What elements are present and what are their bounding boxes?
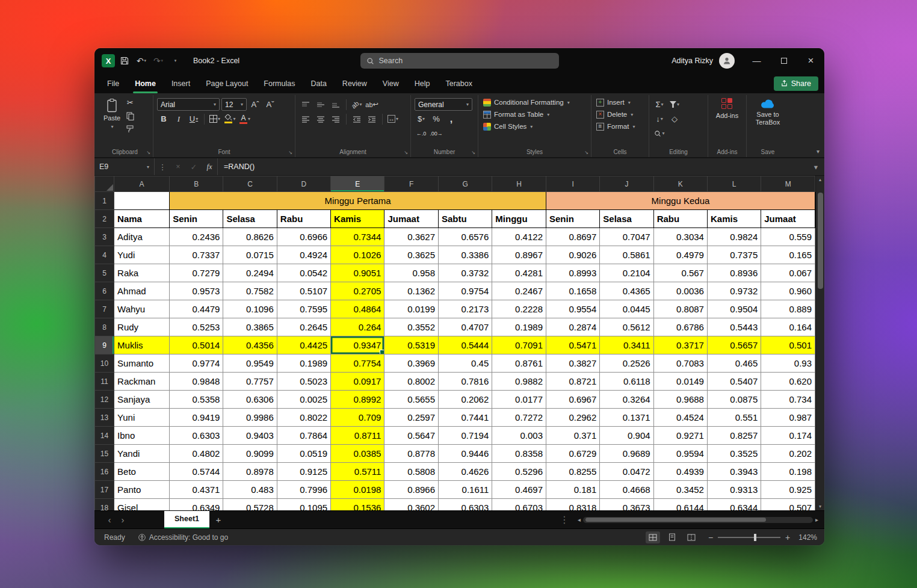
cell-F9[interactable]: 0.5319 xyxy=(384,336,439,354)
cell-L2[interactable]: Kamis xyxy=(707,210,761,228)
row-header-8[interactable]: 8 xyxy=(95,318,114,336)
row-header-5[interactable]: 5 xyxy=(95,264,114,282)
column-header-A[interactable]: A xyxy=(114,176,170,192)
cell-E5[interactable]: 0.9051 xyxy=(331,264,384,282)
menu-tab-help[interactable]: Help xyxy=(407,73,438,93)
decrease-decimal-button[interactable]: .00→ xyxy=(430,127,443,140)
cell-D5[interactable]: 0.0542 xyxy=(277,264,330,282)
cell-I3[interactable]: 0.8697 xyxy=(546,228,599,246)
cell-H13[interactable]: 0.7272 xyxy=(492,409,546,427)
cell-C8[interactable]: 0.3865 xyxy=(223,318,277,336)
cell-K5[interactable]: 0.567 xyxy=(653,264,707,282)
zoom-out-button[interactable]: − xyxy=(708,533,713,542)
cell-A6[interactable]: Ahmad xyxy=(114,282,170,300)
cell-C10[interactable]: 0.9549 xyxy=(223,354,277,373)
cell-A13[interactable]: Yuni xyxy=(114,409,170,427)
cell-K9[interactable]: 0.3717 xyxy=(653,336,707,354)
cell-K13[interactable]: 0.4524 xyxy=(653,409,707,427)
cell-M5[interactable]: 0.067 xyxy=(761,264,815,282)
column-header-B[interactable]: B xyxy=(170,176,223,192)
cell-D13[interactable]: 0.8022 xyxy=(277,409,330,427)
cell-L4[interactable]: 0.7375 xyxy=(707,246,761,264)
align-left-button[interactable] xyxy=(299,113,312,125)
alignment-dialog-launcher[interactable]: ↘ xyxy=(404,150,408,155)
previous-sheet-button[interactable]: ‹ xyxy=(103,515,116,525)
menu-tab-insert[interactable]: Insert xyxy=(164,73,198,93)
find-select-button[interactable]: ▾ xyxy=(653,127,666,140)
cell-H17[interactable]: 0.4697 xyxy=(492,481,546,499)
cell-H14[interactable]: 0.003 xyxy=(492,427,546,445)
cell-J10[interactable]: 0.2526 xyxy=(600,354,653,373)
font-color-button[interactable]: A ▾ xyxy=(238,113,252,125)
sort-filter-button[interactable]: ▾ xyxy=(668,98,681,111)
underline-button[interactable]: U▾ xyxy=(187,113,200,125)
menu-tab-terabox[interactable]: Terabox xyxy=(437,73,480,93)
cell-G11[interactable]: 0.7816 xyxy=(439,373,492,391)
cell-F8[interactable]: 0.3552 xyxy=(384,318,439,336)
excel-app-icon[interactable]: X xyxy=(102,54,115,67)
cell-G4[interactable]: 0.3386 xyxy=(439,246,492,264)
formula-input[interactable]: =RAND() xyxy=(217,158,807,175)
cell-M9[interactable]: 0.501 xyxy=(761,336,815,354)
cell-F2[interactable]: Jumaat xyxy=(384,210,439,228)
orientation-button[interactable]: ab▾ xyxy=(350,98,363,111)
select-all-button[interactable] xyxy=(95,176,114,192)
cell-F11[interactable]: 0.8002 xyxy=(384,373,439,391)
cell-B10[interactable]: 0.9774 xyxy=(170,354,223,373)
cell-D4[interactable]: 0.4924 xyxy=(277,246,330,264)
cell-E8[interactable]: 0.264 xyxy=(331,318,384,336)
cell-D14[interactable]: 0.7864 xyxy=(277,427,330,445)
cell-A2[interactable]: Nama xyxy=(114,210,170,228)
insert-function-button[interactable]: fx xyxy=(202,162,217,172)
cell-I18[interactable]: 0.8318 xyxy=(546,499,599,511)
cell-C13[interactable]: 0.9986 xyxy=(223,409,277,427)
percent-style-button[interactable]: % xyxy=(430,113,443,125)
conditional-formatting-button[interactable]: Conditional Formatting ▾ xyxy=(482,96,587,108)
cell-G8[interactable]: 0.4707 xyxy=(439,318,492,336)
cell-J2[interactable]: Selasa xyxy=(600,210,653,228)
wrap-text-button[interactable]: ab↩ xyxy=(365,98,378,111)
cell-F10[interactable]: 0.3969 xyxy=(384,354,439,373)
cell-K6[interactable]: 0.0036 xyxy=(653,282,707,300)
cell-M11[interactable]: 0.620 xyxy=(761,373,815,391)
cell-F12[interactable]: 0.5655 xyxy=(384,391,439,409)
cell-G14[interactable]: 0.7194 xyxy=(439,427,492,445)
cell-B5[interactable]: 0.7279 xyxy=(170,264,223,282)
bold-button[interactable]: B xyxy=(157,113,170,125)
row-header-15[interactable]: 15 xyxy=(95,445,114,463)
menu-tab-formulas[interactable]: Formulas xyxy=(256,73,303,93)
number-format-combo[interactable]: General▾ xyxy=(415,98,472,111)
menu-tab-page-layout[interactable]: Page Layout xyxy=(198,73,256,93)
cell-D15[interactable]: 0.0519 xyxy=(277,445,330,463)
cell-E15[interactable]: 0.0385 xyxy=(331,445,384,463)
styles-dialog-launcher[interactable]: ↘ xyxy=(584,150,588,155)
cell-A16[interactable]: Beto xyxy=(114,463,170,481)
cell-I10[interactable]: 0.3827 xyxy=(546,354,599,373)
row-header-12[interactable]: 12 xyxy=(95,391,114,409)
increase-decimal-button[interactable]: ←.0 xyxy=(415,127,428,140)
align-bottom-button[interactable] xyxy=(329,98,342,111)
cell-F3[interactable]: 0.3627 xyxy=(384,228,439,246)
accounting-format-button[interactable]: $▾ xyxy=(415,113,428,125)
column-header-E[interactable]: E xyxy=(331,176,384,192)
cell-F14[interactable]: 0.5647 xyxy=(384,427,439,445)
cell-F4[interactable]: 0.3625 xyxy=(384,246,439,264)
cell-F7[interactable]: 0.0199 xyxy=(384,300,439,318)
cell-E14[interactable]: 0.8711 xyxy=(331,427,384,445)
cell-G6[interactable]: 0.9754 xyxy=(439,282,492,300)
row-header-6[interactable]: 6 xyxy=(95,282,114,300)
cell-K8[interactable]: 0.6786 xyxy=(653,318,707,336)
cell-C3[interactable]: 0.8626 xyxy=(223,228,277,246)
cell-J11[interactable]: 0.6118 xyxy=(600,373,653,391)
cell-L15[interactable]: 0.3525 xyxy=(707,445,761,463)
cell-C14[interactable]: 0.9403 xyxy=(223,427,277,445)
cell-D18[interactable]: 0.1095 xyxy=(277,499,330,511)
row-header-13[interactable]: 13 xyxy=(95,409,114,427)
cell-B3[interactable]: 0.2436 xyxy=(170,228,223,246)
cell-A7[interactable]: Wahyu xyxy=(114,300,170,318)
collapse-ribbon-button[interactable]: ▾ xyxy=(817,148,820,155)
customize-qat-button[interactable]: ▾ xyxy=(168,53,182,69)
cell-B13[interactable]: 0.9419 xyxy=(170,409,223,427)
cell-G12[interactable]: 0.2062 xyxy=(439,391,492,409)
cell-K10[interactable]: 0.7083 xyxy=(653,354,707,373)
